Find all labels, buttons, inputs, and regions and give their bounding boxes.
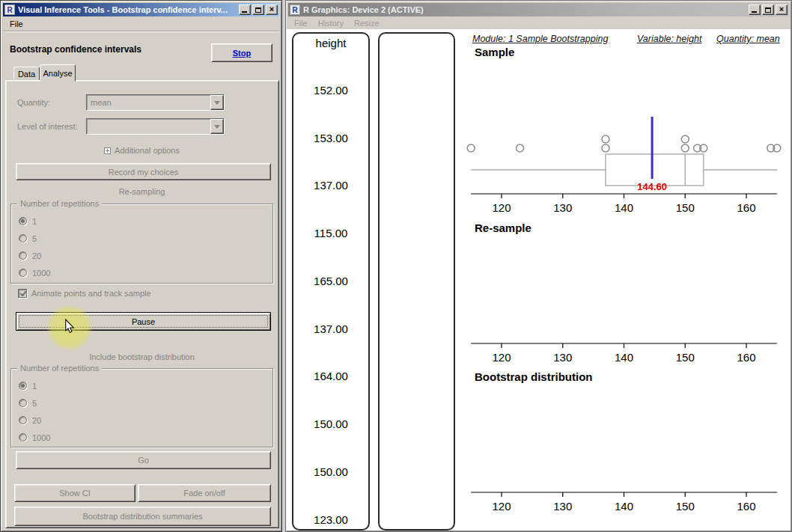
- analyse-tab-panel: [5, 80, 279, 528]
- menu-resize[interactable]: Resize: [354, 19, 380, 28]
- r-app-icon: R: [4, 4, 15, 15]
- maximize-icon: [255, 7, 261, 13]
- close-button[interactable]: ×: [266, 4, 278, 15]
- graphics-titlebar[interactable]: R R Graphics: Device 2 (ACTIVE) ×: [288, 3, 789, 16]
- stop-button[interactable]: Stop: [211, 43, 272, 62]
- graphics-canvas: height 152.00 153.00 137.00 115.00 165.0…: [287, 29, 791, 531]
- close-icon: ×: [779, 5, 784, 13]
- svg-text:140: 140: [615, 351, 633, 364]
- graphics-window-title: R Graphics: Device 2 (ACTIVE): [303, 5, 749, 14]
- vit-menubar: File: [3, 16, 279, 31]
- svg-text:160: 160: [737, 201, 755, 214]
- r-app-icon: R: [290, 4, 300, 15]
- svg-text:160: 160: [737, 351, 755, 364]
- svg-text:160: 160: [737, 500, 755, 513]
- vit-titlebar[interactable]: R Visual Inference Tools - Bootstrap con…: [3, 3, 279, 16]
- svg-text:150: 150: [676, 201, 695, 214]
- svg-text:130: 130: [553, 351, 572, 364]
- svg-text:120: 120: [492, 351, 511, 364]
- tab-analyse[interactable]: Analyse: [40, 64, 76, 82]
- menu-history[interactable]: History: [318, 19, 344, 28]
- minimize-button[interactable]: [239, 4, 251, 15]
- svg-text:130: 130: [553, 500, 572, 513]
- sample-plot: 1201301401501601201301401501601201301401…: [287, 29, 791, 531]
- menu-file[interactable]: File: [294, 19, 308, 28]
- close-icon: ×: [269, 5, 274, 13]
- svg-text:120: 120: [492, 500, 511, 513]
- maximize-button[interactable]: [252, 4, 264, 15]
- menu-file[interactable]: File: [10, 19, 23, 28]
- minimize-icon: [242, 11, 247, 13]
- r-graphics-window: R R Graphics: Device 2 (ACTIVE) × File H…: [285, 0, 792, 532]
- svg-text:150: 150: [676, 500, 695, 513]
- maximize-icon: [765, 7, 771, 13]
- graphics-menubar: File History Resize: [288, 17, 789, 29]
- minimize-button[interactable]: [749, 4, 761, 15]
- svg-text:130: 130: [553, 201, 572, 214]
- tab-data[interactable]: Data: [13, 67, 40, 81]
- minimize-icon: [752, 11, 757, 13]
- vit-window-title: Visual Inference Tools - Bootstrap confi…: [18, 5, 239, 14]
- panel-title: Bootstrap confidence intervals: [10, 44, 141, 55]
- svg-text:120: 120: [492, 201, 511, 214]
- svg-text:150: 150: [676, 351, 695, 364]
- vit-window: R Visual Inference Tools - Bootstrap con…: [0, 0, 282, 532]
- svg-text:144.60: 144.60: [637, 181, 667, 192]
- maximize-button[interactable]: [762, 4, 774, 15]
- close-button[interactable]: ×: [776, 4, 788, 15]
- svg-text:140: 140: [615, 500, 633, 513]
- svg-text:140: 140: [615, 201, 633, 214]
